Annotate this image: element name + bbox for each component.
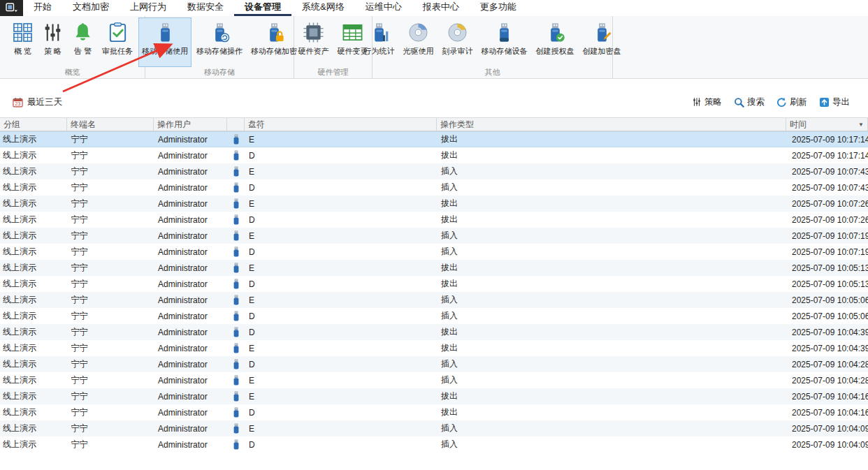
date-range-filter[interactable]: 23 最近三天 xyxy=(13,96,62,108)
search-action[interactable]: 搜索 xyxy=(734,96,765,108)
tab-device-management[interactable]: 设备管理 xyxy=(234,0,291,16)
table-row[interactable]: 线上演示宁宁AdministratorD拔出2025-07-09 10:17:1… xyxy=(0,147,868,163)
cell-group: 线上演示 xyxy=(0,212,67,228)
table-row[interactable]: 线上演示宁宁AdministratorE拔出2025-07-09 10:05:1… xyxy=(0,260,868,276)
behavior-stats-button-label: 行为统计 xyxy=(364,46,395,57)
table-row[interactable]: 线上演示宁宁AdministratorD插入2025-07-09 10:05:0… xyxy=(0,308,868,324)
alarm-button[interactable]: 告 警 xyxy=(68,17,97,67)
tab-start[interactable]: 开始 xyxy=(23,0,62,16)
table-row[interactable]: 线上演示宁宁AdministratorD插入2025-07-09 10:07:4… xyxy=(0,179,868,196)
create-encrypt-disk-button[interactable]: 创建加密盘 xyxy=(579,17,625,67)
disc-usage-button[interactable]: 光驱使用 xyxy=(400,17,437,67)
table-row[interactable]: 线上演示宁宁AdministratorE插入2025-07-09 10:07:4… xyxy=(0,163,868,179)
cell-terminal: 宁宁 xyxy=(67,356,154,372)
cell-time: 2025-07-09 10:17:14 xyxy=(786,147,868,163)
cell-time: 2025-07-09 10:07:43 xyxy=(786,163,868,179)
table-row[interactable]: 线上演示宁宁AdministratorD插入2025-07-09 10:07:1… xyxy=(0,244,868,260)
cell-time: 2025-07-09 10:05:13 xyxy=(786,260,868,276)
cell-icon xyxy=(227,276,245,292)
hardware-asset-button-label: 硬件资产 xyxy=(298,46,329,57)
cell-time: 2025-07-09 10:05:06 xyxy=(786,308,868,324)
tab-report-center[interactable]: 报表中心 xyxy=(412,0,470,16)
column-label-group: 分组 xyxy=(3,119,20,131)
column-header-action[interactable]: 操作类型 xyxy=(437,118,786,131)
usb-drive-icon xyxy=(233,359,240,369)
policy-action[interactable]: 策略 xyxy=(692,96,722,108)
usb-usage-button[interactable]: 移动存储使用 xyxy=(138,17,191,67)
table-row[interactable]: 线上演示宁宁AdministratorD拔出2025-07-09 10:04:1… xyxy=(0,404,868,420)
table-row[interactable]: 线上演示宁宁AdministratorE拔出2025-07-09 10:04:3… xyxy=(0,340,868,356)
cell-action: 拔出 xyxy=(437,260,786,276)
time-column-dropdown-icon[interactable]: ▼ xyxy=(858,122,864,128)
usb-drive-icon xyxy=(233,391,240,402)
column-header-device-icon[interactable] xyxy=(227,118,245,131)
ribbon-group-overview: 概 览策 略告 警审批任务概览 xyxy=(0,16,145,78)
export-icon xyxy=(819,97,830,108)
cell-time: 2025-07-09 10:07:19 xyxy=(786,228,868,244)
cell-drive: D xyxy=(245,212,437,228)
column-header-group[interactable]: 分组 xyxy=(0,118,67,131)
column-header-user[interactable]: 操作用户 xyxy=(154,118,227,131)
table-row[interactable]: 线上演示宁宁AdministratorE拔出2025-07-09 10:04:1… xyxy=(0,388,868,404)
overview-button[interactable]: 概 览 xyxy=(8,17,37,67)
approval-tasks-button[interactable]: 审批任务 xyxy=(99,17,136,67)
cell-user: Administrator xyxy=(154,436,227,453)
usb-encrypt-button[interactable]: 移动存储加密 xyxy=(247,17,301,67)
usb-drive-icon xyxy=(233,327,240,337)
tab-document-encryption[interactable]: 文档加密 xyxy=(62,0,120,16)
cell-icon xyxy=(227,388,245,404)
usb-operation-button[interactable]: 移动存储操作 xyxy=(193,17,246,67)
cell-terminal: 宁宁 xyxy=(67,179,154,196)
usb-drive-icon xyxy=(233,150,240,161)
table-row[interactable]: 线上演示宁宁AdministratorD插入2025-07-09 10:04:2… xyxy=(0,356,868,372)
column-header-drive[interactable]: 盘符 xyxy=(245,118,437,131)
cell-user: Administrator xyxy=(154,228,227,244)
tab-more-features[interactable]: 更多功能 xyxy=(470,0,527,16)
table-row[interactable]: 线上演示宁宁AdministratorE插入2025-07-09 10:05:0… xyxy=(0,292,868,308)
column-header-terminal[interactable]: 终端名 xyxy=(67,118,154,131)
date-range-label: 最近三天 xyxy=(27,96,62,108)
table-row[interactable]: 线上演示宁宁AdministratorE插入2025-07-09 10:04:0… xyxy=(0,420,868,436)
behavior-stats-button[interactable]: 行为统计 xyxy=(361,17,398,67)
tab-ops-center[interactable]: 运维中心 xyxy=(355,0,412,16)
table-row[interactable]: 线上演示宁宁AdministratorD插入2025-07-09 10:04:0… xyxy=(0,436,868,453)
table-header: 分组终端名操作用户盘符操作类型时间▼ xyxy=(0,117,868,131)
table-row[interactable]: 线上演示宁宁AdministratorD拔出2025-07-09 10:05:1… xyxy=(0,276,868,292)
table-row[interactable]: 线上演示宁宁AdministratorD拔出2025-07-09 10:04:3… xyxy=(0,324,868,340)
table-row[interactable]: 线上演示宁宁AdministratorE插入2025-07-09 10:04:2… xyxy=(0,372,868,388)
column-label-user: 操作用户 xyxy=(157,119,191,131)
burn-audit-button[interactable]: 刻录审计 xyxy=(439,17,477,67)
column-header-time[interactable]: 时间▼ xyxy=(786,118,868,131)
policy-button[interactable]: 策 略 xyxy=(38,17,67,67)
tab-web-behavior[interactable]: 上网行为 xyxy=(120,0,177,16)
hardware-asset-button[interactable]: 硬件资产 xyxy=(295,17,333,67)
cell-drive: E xyxy=(245,196,437,212)
table-row[interactable]: 线上演示宁宁AdministratorE插入2025-07-09 10:07:1… xyxy=(0,228,868,244)
create-auth-disk-button[interactable]: 创建授权盘 xyxy=(533,17,578,67)
filter-bar: 23 最近三天 策略搜索刷新导出 xyxy=(0,91,868,112)
cell-terminal: 宁宁 xyxy=(67,308,154,324)
refresh-action[interactable]: 刷新 xyxy=(776,96,807,108)
cell-user: Administrator xyxy=(154,212,227,228)
cell-user: Administrator xyxy=(154,260,227,276)
cell-terminal: 宁宁 xyxy=(67,228,154,244)
cell-action: 拔出 xyxy=(437,212,786,228)
cell-user: Administrator xyxy=(154,292,227,308)
app-menu-button[interactable] xyxy=(0,0,23,16)
tab-data-security[interactable]: 数据安全 xyxy=(177,0,234,16)
tab-system-network[interactable]: 系统&网络 xyxy=(291,0,355,16)
table-row[interactable]: 线上演示宁宁AdministratorD拔出2025-07-09 10:07:2… xyxy=(0,212,868,228)
usb-device-button[interactable]: 移动存储设备 xyxy=(478,17,531,67)
cell-time: 2025-07-09 10:04:28 xyxy=(786,372,868,388)
export-action[interactable]: 导出 xyxy=(819,96,850,108)
cell-action: 拔出 xyxy=(437,147,786,163)
cell-action: 拔出 xyxy=(437,340,786,356)
table-row[interactable]: 线上演示宁宁AdministratorE拔出2025-07-09 10:07:2… xyxy=(0,196,868,212)
cell-drive: D xyxy=(245,276,437,292)
column-label-drive: 盘符 xyxy=(248,119,265,131)
cell-drive: D xyxy=(245,436,437,453)
usb-drive-icon xyxy=(233,182,240,193)
table-row[interactable]: 线上演示宁宁AdministratorE拔出2025-07-09 10:17:1… xyxy=(0,131,868,147)
cell-action: 拔出 xyxy=(437,276,786,292)
cell-user: Administrator xyxy=(154,356,227,372)
